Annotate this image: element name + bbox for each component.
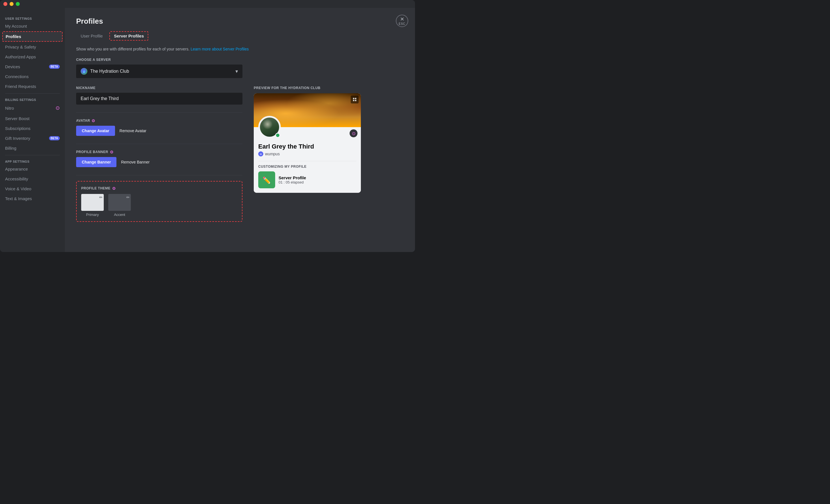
sidebar-label-billing: Billing — [5, 146, 17, 151]
theme-swatches: ✏ Primary ✏ Accent — [81, 194, 237, 217]
profile-theme-box: PROFILE THEME ⊙ ✏ Primary — [76, 181, 243, 222]
sidebar-item-subscriptions[interactable]: Subscriptions — [2, 124, 63, 133]
sidebar-label-gift-inventory: Gift Inventory — [5, 136, 30, 141]
divider-after-avatar — [76, 144, 243, 144]
username-text: wumpus — [265, 152, 280, 156]
server-select-left: 💧 The Hydration Club — [81, 68, 129, 75]
sidebar-section-billing: BILLING SETTINGS — [2, 96, 63, 103]
sidebar-label-server-boost: Server Boost — [5, 116, 30, 121]
server-select-dropdown[interactable]: 💧 The Hydration Club ▾ — [76, 65, 243, 78]
avatar-label: AVATAR ⊙ — [76, 118, 243, 123]
accent-swatch-box: ✏ — [108, 194, 131, 211]
choose-server-label: CHOOSE A SERVER — [76, 58, 404, 62]
remove-avatar-button[interactable]: Remove Avatar — [119, 126, 148, 136]
page-title: Profiles — [76, 17, 404, 26]
banner-nitro-icon: ⊙ — [110, 150, 114, 154]
sidebar-item-connections[interactable]: Connections — [2, 72, 63, 81]
sidebar-item-server-boost[interactable]: Server Boost — [2, 114, 63, 123]
sidebar-label-voice-video: Voice & Video — [5, 186, 31, 191]
activity-time: 01 : 05 elapsed — [279, 180, 306, 184]
profile-theme-section: PROFILE THEME ⊙ ✏ Primary — [76, 181, 243, 222]
sidebar-item-profiles[interactable]: Profiles — [2, 31, 63, 42]
traffic-lights — [3, 2, 20, 6]
accent-swatch-label: Accent — [114, 213, 125, 217]
change-banner-button[interactable]: Change Banner — [76, 157, 117, 167]
profile-theme-label: PROFILE THEME ⊙ — [81, 186, 237, 191]
close-button[interactable]: ✕ ESC — [396, 15, 408, 27]
esc-label: ESC — [398, 22, 406, 25]
server-name: The Hydration Club — [90, 69, 129, 74]
customizing-section: CUSTOMIZING MY PROFILE ✏️ — [258, 161, 356, 188]
sidebar-label-privacy-safety: Privacy & Safety — [5, 44, 36, 49]
sidebar-section-user-settings: USER SETTINGS — [2, 15, 63, 22]
nickname-section: NICKNAME — [76, 86, 243, 104]
svg-text:💧: 💧 — [82, 70, 86, 73]
remove-banner-button[interactable]: Remove Banner — [120, 157, 151, 167]
description-text: Show who you are with different profiles… — [76, 47, 189, 51]
profile-card: ⊙ Earl Grey the Third w wumpus CUSTOMIZI… — [254, 93, 361, 193]
sidebar-item-nitro[interactable]: Nitro ⊙ — [2, 103, 63, 113]
chevron-down-icon: ▾ — [235, 68, 238, 74]
sidebar-label-connections: Connections — [5, 74, 29, 79]
profile-banner-label: PROFILE BANNER ⊙ — [76, 150, 243, 154]
svg-rect-5 — [353, 100, 354, 101]
sidebar-label-text-images: Text & Images — [5, 196, 32, 201]
app-window: USER SETTINGS My Account Profiles Privac… — [0, 0, 415, 252]
sidebar-divider-2 — [5, 155, 60, 155]
right-column: PREVIEW FOR THE HYDRATION CLUB — [254, 86, 366, 230]
sidebar-item-voice-video[interactable]: Voice & Video — [2, 184, 63, 193]
app-body: USER SETTINGS My Account Profiles Privac… — [0, 8, 415, 252]
activity-item: ✏️ Server Profile 01 : 05 elapsed — [258, 171, 356, 188]
profile-banner-edit-icon[interactable] — [351, 96, 359, 103]
sidebar-item-text-images[interactable]: Text & Images — [2, 194, 63, 203]
divider-after-nickname — [76, 113, 243, 113]
nickname-input[interactable] — [76, 93, 243, 104]
sidebar-item-my-account[interactable]: My Account — [2, 22, 63, 31]
activity-icon: ✏️ — [258, 171, 275, 188]
banner-buttons: Change Banner Remove Banner — [76, 157, 243, 167]
svg-rect-4 — [355, 100, 356, 101]
avatar-section: AVATAR ⊙ Change Avatar Remove Avatar — [76, 118, 243, 136]
maximize-traffic-light[interactable] — [16, 2, 20, 6]
profile-card-body: Earl Grey the Third w wumpus CUSTOMIZING… — [254, 141, 361, 193]
primary-swatch[interactable]: ✏ Primary — [81, 194, 104, 217]
sidebar-item-friend-requests[interactable]: Friend Requests — [2, 82, 63, 91]
learn-more-link[interactable]: Learn more about Server Profiles — [191, 47, 249, 51]
sidebar: USER SETTINGS My Account Profiles Privac… — [0, 8, 65, 252]
close-traffic-light[interactable] — [3, 2, 7, 6]
sidebar-label-authorized-apps: Authorized Apps — [5, 54, 36, 59]
devices-beta-badge: BETA — [49, 65, 60, 69]
accent-swatch[interactable]: ✏ Accent — [108, 194, 131, 217]
svg-text:✏️: ✏️ — [262, 176, 271, 184]
minimize-traffic-light[interactable] — [9, 2, 13, 6]
sidebar-label-devices: Devices — [5, 64, 20, 69]
profile-card-name: Earl Grey the Third — [258, 143, 356, 150]
sidebar-item-appearance[interactable]: Appearance — [2, 164, 63, 174]
sidebar-label-nitro: Nitro — [5, 106, 14, 111]
tab-server-profiles[interactable]: Server Profiles — [109, 31, 148, 40]
primary-edit-icon: ✏ — [99, 195, 103, 199]
profile-banner-section: PROFILE BANNER ⊙ Change Banner Remove Ba… — [76, 150, 243, 167]
online-status-dot — [275, 133, 280, 138]
sidebar-item-privacy-safety[interactable]: Privacy & Safety — [2, 42, 63, 52]
accent-edit-icon: ✏ — [126, 195, 130, 199]
gift-inventory-beta-badge: BETA — [49, 136, 60, 140]
title-bar — [0, 0, 415, 8]
sidebar-item-devices[interactable]: Devices BETA — [2, 62, 63, 71]
avatar-nitro-icon: ⊙ — [92, 118, 95, 123]
tab-user-profile[interactable]: User Profile — [76, 31, 107, 40]
sidebar-item-gift-inventory[interactable]: Gift Inventory BETA — [2, 134, 63, 143]
sidebar-label-accessibility: Accessibility — [5, 177, 28, 181]
description: Show who you are with different profiles… — [76, 46, 404, 52]
profile-avatar-wrapper — [258, 116, 281, 138]
nickname-label: NICKNAME — [76, 86, 243, 90]
change-avatar-button[interactable]: Change Avatar — [76, 126, 115, 136]
sidebar-item-billing[interactable]: Billing — [2, 144, 63, 153]
sidebar-item-authorized-apps[interactable]: Authorized Apps — [2, 52, 63, 61]
sidebar-item-accessibility[interactable]: Accessibility — [2, 174, 63, 184]
profile-card-username: w wumpus — [258, 151, 356, 156]
sidebar-section-app-settings: APP SETTINGS — [2, 158, 63, 164]
preview-label: PREVIEW FOR THE HYDRATION CLUB — [254, 86, 366, 90]
avatar-buttons: Change Avatar Remove Avatar — [76, 126, 243, 136]
activity-name: Server Profile — [279, 175, 306, 180]
